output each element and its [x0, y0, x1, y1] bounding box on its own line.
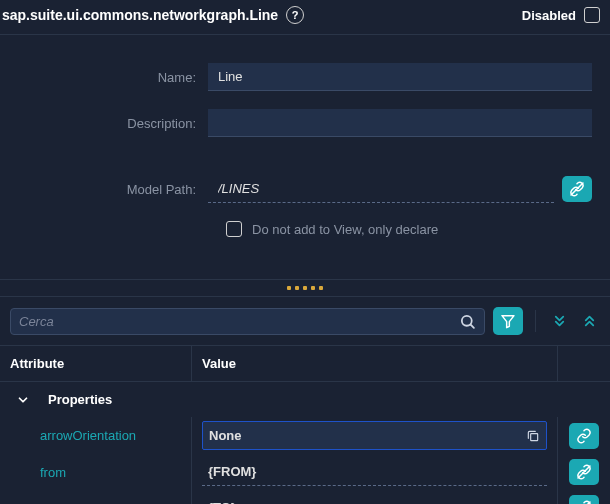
description-label: Description: — [18, 116, 208, 131]
attr-name: arrowOrientation — [0, 417, 192, 454]
chevrons-down-icon — [552, 312, 567, 330]
header-right: Disabled — [522, 7, 600, 23]
bind-button[interactable] — [569, 495, 599, 504]
declare-only-row: Do not add to View, only declare — [226, 221, 592, 237]
table-head: Attribute Value — [0, 345, 610, 382]
group-label: Properties — [48, 392, 112, 407]
attr-name: to — [0, 490, 192, 504]
name-label: Name: — [18, 70, 208, 85]
disabled-label: Disabled — [522, 8, 576, 23]
search-input[interactable] — [19, 314, 459, 329]
link-icon — [569, 181, 585, 197]
group-properties[interactable]: Properties — [0, 382, 610, 417]
form-section: Name: Description: Model Path: Do not ad… — [0, 35, 610, 255]
description-input[interactable] — [208, 109, 592, 137]
component-title: sap.suite.ui.commons.networkgraph.Line — [2, 7, 278, 23]
filter-bar — [0, 297, 610, 345]
drag-handle[interactable] — [0, 279, 610, 297]
search-icon[interactable] — [459, 313, 476, 330]
table-row: from — [0, 454, 610, 490]
bind-button[interactable] — [569, 423, 599, 449]
search-wrap — [10, 308, 485, 335]
th-actions — [558, 346, 610, 381]
funnel-icon — [500, 313, 516, 329]
table-row: arrowOrientation None — [0, 417, 610, 454]
model-path-input[interactable] — [208, 175, 554, 203]
header: sap.suite.ui.commons.networkgraph.Line ?… — [0, 0, 610, 35]
chevrons-up-icon — [582, 312, 597, 330]
declare-only-label: Do not add to View, only declare — [252, 222, 438, 237]
select-value: None — [209, 428, 242, 443]
table-row: to — [0, 490, 610, 504]
header-left: sap.suite.ui.commons.networkgraph.Line ? — [2, 6, 304, 24]
svg-rect-4 — [531, 433, 538, 440]
attr-name: from — [0, 454, 192, 490]
to-input[interactable] — [202, 494, 547, 504]
model-path-bind-button[interactable] — [562, 176, 592, 202]
dropdown-open-icon — [526, 429, 540, 443]
disabled-checkbox[interactable] — [584, 7, 600, 23]
row-name: Name: — [18, 63, 592, 91]
name-input[interactable] — [208, 63, 592, 91]
th-attribute: Attribute — [0, 346, 192, 381]
arrow-orientation-select[interactable]: None — [202, 421, 547, 450]
model-path-label: Model Path: — [18, 182, 208, 197]
table-body: Properties arrowOrientation None from — [0, 382, 610, 504]
svg-line-2 — [471, 324, 474, 327]
svg-marker-3 — [502, 316, 514, 328]
bind-button[interactable] — [569, 459, 599, 485]
row-description: Description: — [18, 109, 592, 137]
help-icon[interactable]: ? — [286, 6, 304, 24]
link-slash-icon — [576, 500, 592, 504]
th-value: Value — [192, 346, 558, 381]
from-input[interactable] — [202, 458, 547, 486]
declare-only-checkbox[interactable] — [226, 221, 242, 237]
link-icon — [576, 428, 592, 444]
expand-all-button[interactable] — [548, 307, 570, 335]
chevron-down-icon[interactable] — [16, 393, 30, 407]
row-model-path: Model Path: — [18, 175, 592, 203]
filter-button[interactable] — [493, 307, 523, 335]
collapse-all-button[interactable] — [578, 307, 600, 335]
link-slash-icon — [576, 464, 592, 480]
